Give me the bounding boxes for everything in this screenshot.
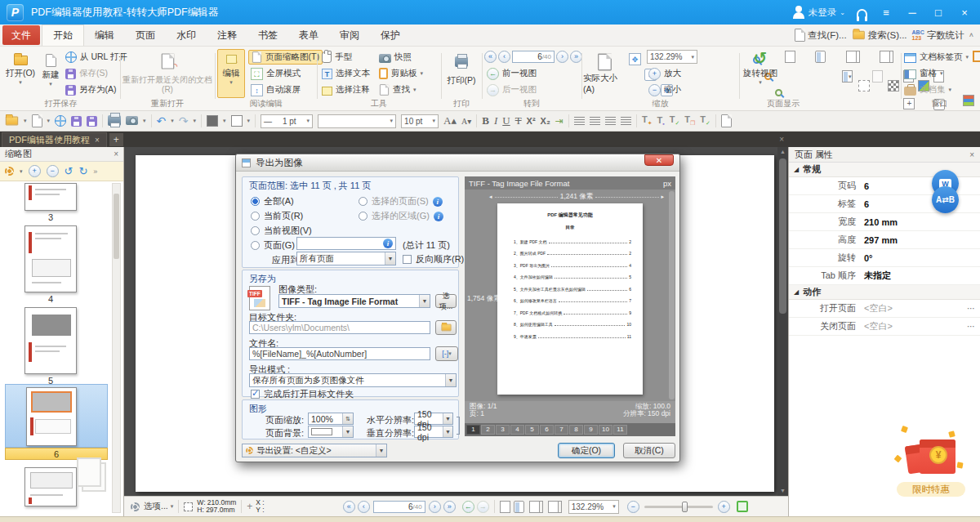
qa-print-icon[interactable]: [108, 115, 121, 126]
status-options-button[interactable]: 选项...: [144, 501, 168, 512]
text-style-copy-icon[interactable]: T❐: [684, 114, 695, 127]
superscript-button[interactable]: X²: [527, 116, 536, 126]
document-tab[interactable]: PDF编辑器使用教程 ×: [2, 132, 107, 147]
status-first-page-button[interactable]: «: [343, 501, 355, 513]
rotate-view-button[interactable]: ↺ 旋转视图▾: [741, 47, 780, 86]
find-tool-button[interactable]: 查找▾: [379, 83, 416, 97]
subscript-button[interactable]: X₂: [541, 116, 550, 126]
scroll-down-icon[interactable]: ▼: [777, 486, 788, 496]
prev-page-button[interactable]: ‹: [498, 51, 510, 63]
indent-icon[interactable]: ⇥: [555, 115, 564, 127]
section-actions[interactable]: ◢动作: [789, 285, 980, 300]
strip-page-8[interactable]: 8: [569, 425, 583, 435]
next-view-button[interactable]: →后一视图: [487, 83, 537, 97]
page-range-input[interactable]: i: [296, 237, 396, 250]
snapshot-button[interactable]: 快照: [379, 50, 412, 65]
menu-home[interactable]: 开始: [42, 25, 84, 46]
menu-page[interactable]: 页面: [125, 25, 166, 46]
menu-bookmark[interactable]: 书签: [247, 25, 288, 46]
qa-open-icon[interactable]: [6, 117, 18, 126]
increase-font-icon[interactable]: A▴: [443, 114, 457, 127]
zoom-slider[interactable]: [644, 506, 713, 508]
minimize-button[interactable]: ─: [905, 7, 920, 19]
strip-page-4[interactable]: 4: [510, 425, 524, 435]
page-number-input[interactable]: 6/40: [512, 51, 555, 63]
document-set-button[interactable]: 文档集▾: [904, 83, 951, 97]
thumbnail-page-3[interactable]: [24, 183, 77, 211]
text-style-apply-icon[interactable]: T✓: [670, 114, 680, 127]
export-mode-select[interactable]: 保存所有页面为多页图像文件▼: [249, 373, 457, 387]
status-zoom-in-button[interactable]: +: [718, 501, 730, 513]
qa-url-icon[interactable]: [55, 115, 66, 127]
dialog-close-button[interactable]: ✕: [644, 154, 674, 166]
fit-page-button[interactable]: ✥: [629, 53, 641, 65]
auto-scroll-button[interactable]: ↕自动滚屏: [251, 83, 301, 97]
ok-button[interactable]: 确定(O): [558, 443, 615, 458]
cancel-button[interactable]: 取消(C): [623, 443, 675, 458]
split-view-button[interactable]: [872, 70, 883, 83]
two-page-button[interactable]: [846, 51, 857, 63]
menu-file[interactable]: 文件: [2, 25, 40, 45]
tab-strip-menu-icon[interactable]: ×: [779, 135, 784, 144]
text-style-save-icon[interactable]: T▪: [657, 115, 665, 127]
thumbnail-scrollbar[interactable]: [112, 183, 121, 513]
zoom-level-select[interactable]: 132.29%▾: [647, 50, 697, 64]
status-prev-view-button[interactable]: ←: [462, 501, 474, 513]
status-page-input[interactable]: 6/40: [373, 501, 425, 513]
login-button[interactable]: 未登录 ⌄: [792, 6, 845, 19]
fill-color-swatch[interactable]: [207, 115, 218, 127]
align-center-icon[interactable]: [590, 117, 600, 126]
thumbnail-page-7[interactable]: [24, 467, 77, 506]
last-page-button[interactable]: »: [570, 51, 582, 63]
menu-watermark[interactable]: 水印: [166, 25, 207, 46]
status-continuous-button[interactable]: [514, 501, 524, 513]
apply-to-select[interactable]: 所有页面▼: [296, 252, 396, 265]
preview-scrollbar[interactable]: [669, 191, 675, 399]
new-tab-button[interactable]: +: [109, 133, 123, 146]
qa-save-as-icon[interactable]: [87, 116, 97, 127]
status-single-page-button[interactable]: [500, 501, 510, 513]
strip-page-2[interactable]: 2: [481, 425, 495, 435]
thumbnail-page-5[interactable]: [24, 307, 77, 374]
more-button[interactable]: ⋯: [967, 304, 975, 313]
align-justify-icon[interactable]: [621, 117, 631, 126]
thumbnail-zoom-out-button[interactable]: −: [47, 165, 59, 177]
font-size-select[interactable]: 10 pt▾: [401, 114, 439, 128]
pane-button[interactable]: 窗格▾: [904, 66, 943, 81]
status-quad-page-button[interactable]: [548, 501, 559, 513]
translate-float-button[interactable]: A⇄B: [932, 186, 959, 213]
status-next-page-button[interactable]: ›: [429, 501, 441, 513]
strip-page-11[interactable]: 11: [613, 425, 627, 435]
save-button[interactable]: 保存(S): [65, 66, 108, 81]
text-style-brush-icon[interactable]: T✦: [642, 114, 653, 127]
open-after-checkbox[interactable]: 完成后打开目标文件夹: [251, 388, 354, 400]
v-resolution-select[interactable]: 150 dpi▼: [414, 426, 453, 438]
single-page-button[interactable]: [785, 51, 795, 63]
open-button[interactable]: 打开(O)▾: [3, 49, 38, 86]
radio-selected-pages[interactable]: 选择的页面(S)i: [359, 195, 443, 207]
qa-scanner-icon[interactable]: [126, 116, 138, 125]
status-zoom-select[interactable]: 132.29%▾: [568, 500, 619, 514]
resolution-link-icon[interactable]: [457, 417, 460, 435]
menu-form[interactable]: 表单: [288, 25, 329, 46]
status-fullscreen-button[interactable]: [737, 501, 748, 512]
target-folder-input[interactable]: C:\Users\ylm\Documents\: [249, 321, 430, 334]
more-button[interactable]: ⋯: [967, 322, 975, 331]
decrease-font-icon[interactable]: A▾: [461, 117, 471, 126]
previous-view-button[interactable]: ←前一视图: [487, 66, 537, 81]
properties-close-icon[interactable]: ×: [969, 150, 974, 159]
thumbnail-page-4[interactable]: [24, 225, 77, 292]
strip-page-3[interactable]: 3: [496, 425, 510, 435]
scroll-up-icon[interactable]: ▲: [777, 147, 788, 157]
search-button[interactable]: 搜索(S)...: [852, 29, 907, 42]
strip-page-7[interactable]: 7: [555, 425, 568, 435]
save-as-button[interactable]: 另存为(A): [65, 83, 117, 97]
support-headset-icon[interactable]: [857, 9, 867, 18]
print-button[interactable]: 打印(P): [444, 51, 479, 87]
strip-page-5[interactable]: 5: [525, 425, 539, 435]
strip-page-9[interactable]: 9: [584, 425, 598, 435]
align-right-icon[interactable]: [605, 117, 616, 126]
status-zoom-out-button[interactable]: −: [627, 501, 639, 513]
radio-current-view[interactable]: 当前视图(V): [251, 225, 312, 237]
radio-all-pages[interactable]: 全部(A): [251, 195, 294, 207]
